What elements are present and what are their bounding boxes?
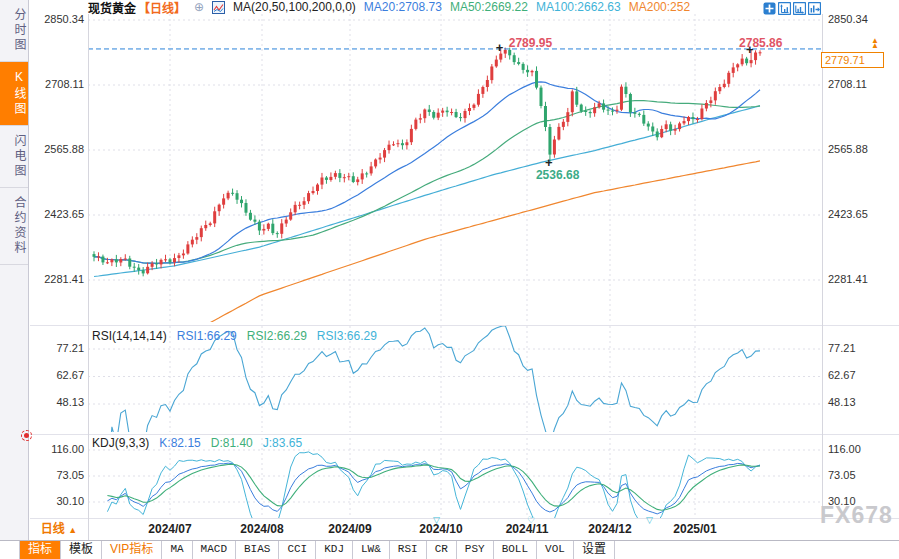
- ma-settings-label: MA(20,50,100,200,0,0): [233, 0, 356, 14]
- plot-left-border: [88, 14, 89, 540]
- price-tick-label: 2708.11: [828, 78, 894, 90]
- high1-annotation: 2789.95: [509, 36, 552, 50]
- rsi-tick-label: 77.21: [828, 342, 894, 354]
- ma200-value: MA200:252: [629, 0, 690, 14]
- price-tick-label: 2850.34: [828, 13, 894, 25]
- indicator-tabbar: 指标模板VIP指标MAMACDBIASCCIKDJLW&RSICRPSYBOLL…: [0, 540, 899, 559]
- rsi-tick-label: 62.67: [828, 369, 894, 381]
- bottom-tab[interactable]: RSI: [390, 541, 427, 559]
- bottom-tab[interactable]: BOLL: [494, 541, 537, 559]
- pan-right-icon[interactable]: [808, 2, 821, 15]
- symbol-title: 现货黄金: [88, 0, 136, 16]
- candlestick-chart[interactable]: [88, 14, 822, 322]
- add-overlay-icon[interactable]: ⊕: [194, 1, 204, 13]
- rsi2-value: RSI2:66.29: [247, 329, 307, 343]
- bottom-tab[interactable]: BIAS: [236, 541, 279, 559]
- ma100-value: MA100:2662.63: [536, 0, 621, 14]
- scale-y-axis-icon[interactable]: [778, 2, 791, 15]
- kdj-d-value: D:81.40: [211, 436, 253, 450]
- chart-toolbar: [763, 2, 821, 15]
- high2-annotation: 2785.86: [739, 36, 782, 50]
- left-sidebar: 分时图K线图闪电图合约资料: [0, 0, 29, 540]
- kdj-k-value: K:82.15: [159, 436, 200, 450]
- price-tick-label: 2423.65: [828, 208, 894, 220]
- timeline-event-icon[interactable]: ▽: [646, 515, 653, 525]
- price-tick-label: 2423.65: [30, 208, 84, 220]
- timeline-event-icon[interactable]: ▽: [433, 515, 440, 525]
- rsi-title[interactable]: RSI(14,14,14): [92, 329, 167, 343]
- indicator-settings-icon[interactable]: [21, 430, 32, 441]
- kdj-title[interactable]: KDJ(9,3,3): [92, 436, 149, 450]
- bottom-tab[interactable]: 指标: [20, 541, 61, 559]
- rsi-tick-label: 48.13: [30, 396, 84, 408]
- price-tick-label: 2565.88: [30, 143, 84, 155]
- price-tick-label: 2708.11: [30, 78, 84, 90]
- pane-separator: [30, 434, 899, 435]
- kdj-tick-label: 73.05: [30, 469, 84, 481]
- kdj-tick-label: 116.00: [30, 443, 84, 455]
- bottom-tab[interactable]: VOL: [537, 541, 574, 559]
- kdj-tick-label: 30.10: [30, 495, 84, 507]
- ma-lines-layer: [94, 82, 760, 322]
- bottom-tab[interactable]: CCI: [279, 541, 316, 559]
- bottom-tab[interactable]: CR: [427, 541, 457, 559]
- plot-right-border: [822, 14, 823, 518]
- x-tick-label: 2024/07: [138, 522, 202, 536]
- timeline-event-icon[interactable]: ♡: [527, 515, 535, 525]
- price-tick-label: 2565.88: [828, 143, 894, 155]
- bottom-tab[interactable]: LW&: [353, 541, 390, 559]
- bottom-tab[interactable]: MACD: [193, 541, 236, 559]
- current-price-badge: 2779.71: [821, 52, 884, 68]
- ma20-value: MA20:2708.73: [364, 0, 442, 14]
- bottom-tab[interactable]: PSY: [457, 541, 494, 559]
- x-tick-label: 2024/10: [409, 522, 473, 536]
- watermark: FX678: [820, 502, 893, 529]
- sidebar-item[interactable]: 合约资料: [0, 188, 28, 265]
- kdj-header: KDJ(9,3,3) K:82.15 D:81.40 J:83.65: [92, 436, 302, 450]
- scale-x-axis-icon[interactable]: [793, 2, 806, 15]
- kdj-tick-label: 73.05: [828, 469, 894, 481]
- chart-type-icon[interactable]: [212, 1, 225, 14]
- kdj-chart[interactable]: [88, 438, 822, 518]
- sidebar-item[interactable]: K线图: [0, 62, 28, 126]
- bottom-tab[interactable]: KDJ: [316, 541, 353, 559]
- x-tick-label: 2024/08: [230, 522, 294, 536]
- chart-header: 现货黄金 【日线】 ⊕ MA(20,50,100,200,0,0) MA20:2…: [88, 0, 690, 14]
- kdj-j-value: J:83.65: [263, 436, 302, 450]
- rsi1-value: RSI1:66.29: [177, 329, 237, 343]
- bottom-tab[interactable]: 模板: [61, 541, 102, 559]
- sidebar-item[interactable]: 闪电图: [0, 126, 28, 188]
- bottom-tab[interactable]: VIP指标: [102, 541, 162, 559]
- pane-separator: [30, 325, 899, 326]
- sidebar-item[interactable]: 分时图: [0, 0, 28, 62]
- low-annotation: 2536.68: [536, 168, 579, 182]
- ma50-value: MA50:2669.22: [450, 0, 528, 14]
- price-tick-label: 2281.41: [30, 273, 84, 285]
- rsi-tick-label: 77.21: [30, 342, 84, 354]
- low-cross-marker: +: [545, 157, 553, 168]
- rsi-header: RSI(14,14,14) RSI1:66.29 RSI2:66.29 RSI3…: [92, 329, 377, 343]
- candles-layer: [93, 48, 762, 277]
- timeframe-selector[interactable]: 日线 ▲: [30, 518, 88, 540]
- rsi-tick-label: 48.13: [828, 396, 894, 408]
- app-root: 分时图K线图闪电图合约资料 现货黄金 【日线】 ⊕ MA(20,50,100,2…: [0, 0, 899, 559]
- price-tick-label: 2850.34: [30, 13, 84, 25]
- tabbar-spacer: [0, 541, 20, 559]
- bottom-tab[interactable]: 设置: [574, 541, 615, 559]
- x-tick-label: 2025/01: [663, 522, 727, 536]
- rsi3-value: RSI3:66.29: [317, 329, 377, 343]
- x-tick-label: 2024/09: [318, 522, 382, 536]
- high1-cross-marker: +: [496, 42, 504, 53]
- rsi-tick-label: 62.67: [30, 369, 84, 381]
- price-up-arrow-icon: ▲ ▲: [871, 38, 879, 48]
- x-tick-label: 2024/12: [578, 522, 642, 536]
- bottom-tab[interactable]: MA: [162, 541, 192, 559]
- pane-separator: [30, 518, 899, 519]
- kdj-tick-label: 116.00: [828, 443, 894, 455]
- crosshair-move-icon[interactable]: [763, 2, 776, 15]
- period-label[interactable]: 【日线】: [138, 0, 186, 16]
- price-tick-label: 2281.41: [828, 273, 894, 285]
